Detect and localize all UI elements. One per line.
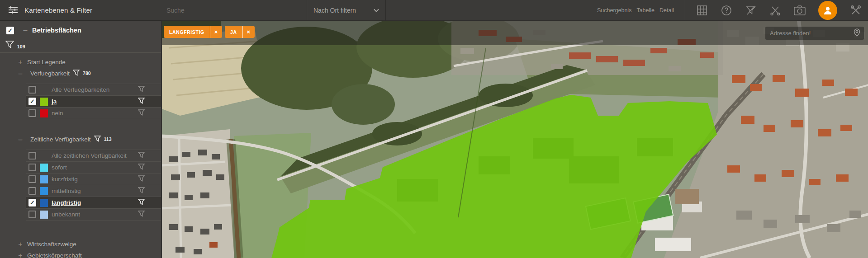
filter-off-icon[interactable] [745, 5, 757, 16]
node-label: Wirtschaftszweige [27, 241, 76, 248]
collapse-toggle[interactable]: – [19, 26, 31, 34]
row-filter-icon[interactable] [138, 109, 145, 117]
color-swatch [40, 211, 48, 219]
filter-chip-langfristig[interactable]: LANGFRISTIG × [164, 26, 222, 38]
value-label: langfristig [52, 199, 81, 206]
collapse-icon[interactable]: – [14, 70, 26, 78]
row-filter-icon[interactable] [138, 98, 145, 105]
tree-node-start-legende[interactable]: + Start Legende [0, 56, 161, 68]
row-filter-icon[interactable] [138, 152, 145, 159]
filter-count: 109 [17, 44, 25, 50]
chip-close-icon[interactable]: × [210, 28, 222, 35]
zeitliche-items: Alle zeitlichen Verfügbarkeit sofort kur… [26, 150, 161, 220]
value-label: unbekannt [52, 211, 80, 218]
layer-checkbox[interactable]: ✓ [6, 27, 14, 34]
filter-chip-ja[interactable]: JA × [225, 26, 255, 38]
tree-node-wirtschaftszweige[interactable]: + Wirtschaftszweige [0, 239, 161, 250]
value-label: nein [52, 110, 63, 117]
value-row-alle-verfuegbarkeiten[interactable]: Alle Verfuegbarkeiten [26, 84, 161, 96]
expand-icon[interactable]: + [14, 240, 26, 249]
value-label: mittelfristig [52, 188, 81, 194]
row-filter-icon[interactable] [138, 211, 145, 218]
value-row-mittelfristig[interactable]: mittelfristig [26, 185, 161, 197]
value-label: Alle Verfuegbarkeiten [52, 86, 109, 93]
value-row-unbekannt[interactable]: unbekannt [26, 209, 161, 220]
user-icon [823, 5, 833, 15]
color-swatch [40, 187, 48, 195]
link-detail[interactable]: Detail [659, 7, 674, 14]
tree-node-verfuegbarkeit[interactable]: – Verfuegbarkeit 780 [0, 68, 161, 79]
row-filter-icon[interactable] [138, 175, 145, 183]
layer-filter-row: 109 [0, 40, 161, 53]
layer-row-betriebsflaechen[interactable]: ✓ – Betriebsflächen [0, 21, 161, 40]
row-filter-icon[interactable] [138, 187, 145, 195]
location-pin-icon[interactable] [854, 28, 860, 38]
app-window: LANGFRISTIG × JA × Ka [0, 0, 868, 258]
section-label: Zeitliche Verfügbarkeit [30, 136, 91, 143]
value-checkbox[interactable]: ✓ [28, 98, 36, 105]
top-bar: Kartenebenen & Filter Nach Ort filtern S… [0, 0, 868, 21]
map-canvas[interactable] [162, 21, 868, 258]
value-label: ja [52, 98, 57, 105]
top-bar-right: Suchergebnis Tabelle Detail [597, 0, 868, 21]
link-suchergebnis[interactable]: Suchergebnis [597, 7, 631, 14]
value-row-kurzfristig[interactable]: kurzfristig [26, 174, 161, 185]
row-filter-icon[interactable] [138, 164, 145, 171]
layers-filter-icon [8, 5, 18, 15]
tree-node-zeitliche-verfuegbarkeit[interactable]: – Zeitliche Verfügbarkeit 113 [0, 134, 161, 145]
panel-title: Kartenebenen & Filter [24, 6, 92, 14]
value-label: kurzfristig [52, 176, 78, 183]
node-label: Start Legende [27, 59, 66, 66]
color-swatch [40, 175, 48, 183]
value-row-sofort[interactable]: sofort [26, 162, 161, 174]
value-label: Alle zeitlichen Verfügbarkeit [52, 152, 127, 159]
row-filter-icon[interactable] [138, 199, 145, 206]
color-swatch [40, 199, 48, 207]
tools-icon[interactable] [850, 5, 862, 16]
value-row-nein[interactable]: nein [26, 108, 161, 119]
address-search-input[interactable] [765, 30, 854, 37]
help-icon[interactable] [721, 5, 732, 16]
link-tabelle[interactable]: Tabelle [636, 7, 655, 14]
color-swatch [40, 164, 48, 172]
section-label: Verfuegbarkeit [30, 70, 70, 77]
scissors-icon[interactable] [769, 5, 781, 16]
value-row-ja[interactable]: ✓ ja [26, 96, 161, 108]
section-filter-icon[interactable] [94, 136, 101, 143]
value-checkbox[interactable] [28, 152, 36, 159]
value-checkbox[interactable] [28, 109, 36, 117]
camera-icon[interactable] [794, 5, 806, 16]
value-checkbox[interactable] [28, 187, 36, 195]
sidebar-header: Kartenebenen & Filter [0, 0, 161, 21]
value-checkbox[interactable]: ✓ [28, 199, 36, 206]
search-input[interactable] [162, 7, 298, 14]
divider [685, 0, 685, 21]
row-filter-icon[interactable] [138, 86, 145, 94]
value-checkbox[interactable] [28, 211, 36, 218]
satellite-imagery [162, 21, 868, 258]
user-avatar-button[interactable] [818, 1, 837, 20]
expand-icon[interactable]: + [14, 252, 26, 258]
filter-icon[interactable] [5, 41, 14, 50]
collapse-icon[interactable]: – [14, 136, 26, 144]
expand-icon[interactable]: + [14, 58, 26, 66]
value-checkbox[interactable] [28, 86, 36, 94]
divider [385, 0, 386, 21]
value-checkbox[interactable] [28, 164, 36, 171]
value-checkbox[interactable] [28, 175, 36, 183]
color-swatch [40, 109, 48, 117]
address-search [765, 27, 864, 40]
node-label: Gebietskörperschaft [27, 252, 82, 258]
chip-close-icon[interactable]: × [243, 28, 255, 35]
verfuegbarkeit-items: Alle Verfuegbarkeiten ✓ ja nein [26, 84, 161, 119]
chip-label: JA [225, 29, 242, 35]
tree-node-gebietskoerperschaft[interactable]: + Gebietskörperschaft [0, 250, 161, 258]
table-grid-icon[interactable] [696, 5, 708, 16]
section-filter-icon[interactable] [73, 70, 80, 77]
value-row-langfristig[interactable]: ✓ langfristig [26, 197, 161, 209]
value-row-alle-zeitlichen[interactable]: Alle zeitlichen Verfügbarkeit [26, 150, 161, 162]
value-label: sofort [52, 164, 67, 171]
global-search [162, 0, 307, 21]
section-filter-count: 780 [83, 70, 91, 76]
place-filter-select[interactable]: Nach Ort filtern [307, 0, 385, 21]
